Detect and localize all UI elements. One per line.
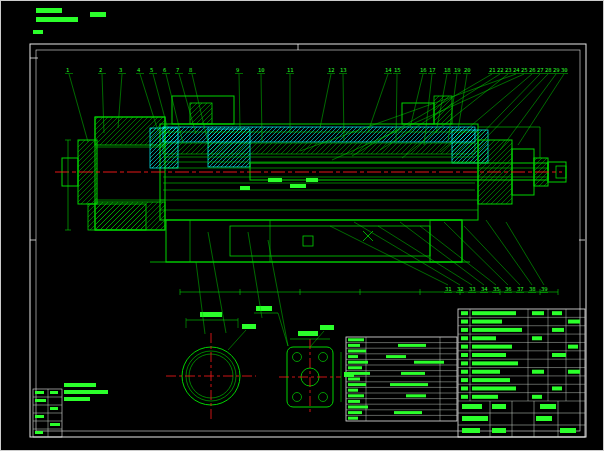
title-block-text xyxy=(462,416,488,421)
table-cell-text xyxy=(35,391,44,394)
table-cell-text xyxy=(348,406,368,409)
parts-list-cell-text xyxy=(472,353,506,357)
balloon-number: 8 xyxy=(189,67,192,73)
note-text-block xyxy=(64,390,108,394)
balloon-number: 32 xyxy=(457,286,464,292)
note-text-block xyxy=(36,17,78,22)
parts-list-cell-text xyxy=(461,353,468,357)
note-text-block xyxy=(36,8,62,13)
balloon-number: 16 xyxy=(420,67,427,73)
table-cell-text xyxy=(348,338,364,341)
balloon-number: 22 xyxy=(497,67,504,73)
table-cell-text xyxy=(348,355,358,358)
balloon-number: 10 xyxy=(258,67,265,73)
parts-list-cell-text xyxy=(461,378,468,382)
table-cell-text xyxy=(348,361,368,364)
dimension-text xyxy=(344,372,354,377)
dimension-text xyxy=(200,312,222,317)
table-cell-text xyxy=(348,378,360,381)
parts-list-cell-text xyxy=(461,370,468,374)
note-text-block xyxy=(64,383,96,387)
balloon-number: 34 xyxy=(481,286,488,292)
table-cell-text xyxy=(50,391,58,394)
balloon-number: 6 xyxy=(163,67,166,73)
cad-drawing-canvas: 1234567891011121314151617181920212223242… xyxy=(0,0,604,451)
balloon-number: 26 xyxy=(529,67,536,73)
view-label-text xyxy=(256,306,272,311)
title-block-text xyxy=(462,404,482,409)
balloon-number: 29 xyxy=(553,67,560,73)
parts-list-cell-text xyxy=(461,361,468,365)
table-cell-text xyxy=(348,389,358,392)
table-cell-text xyxy=(348,400,360,403)
title-block-text xyxy=(462,428,480,433)
balloon-number: 11 xyxy=(287,67,294,73)
parts-list-cell-text xyxy=(472,378,510,382)
balloon-number: 3 xyxy=(119,67,122,73)
balloon-number: 33 xyxy=(469,286,476,292)
dimension-text xyxy=(298,331,318,336)
balloon-number: 19 xyxy=(454,67,461,73)
title-block-text xyxy=(492,404,506,409)
parts-list-cell-text xyxy=(461,336,468,340)
table-cell-text xyxy=(348,383,366,386)
parts-list-cell-text xyxy=(532,370,544,374)
assembly-part xyxy=(88,204,146,230)
balloon-number: 23 xyxy=(505,67,512,73)
table-cell-text xyxy=(50,423,60,426)
title-block-text xyxy=(536,416,552,421)
balloon-number: 24 xyxy=(513,67,520,73)
assembly-part xyxy=(208,129,250,167)
table-cell-text xyxy=(386,355,406,358)
parts-list-cell-text xyxy=(568,370,580,374)
parts-list-cell-text xyxy=(472,386,516,390)
balloon-number: 7 xyxy=(176,67,179,73)
balloon-number: 15 xyxy=(394,67,401,73)
parts-list-cell-text xyxy=(552,311,562,315)
parts-list-cell-text xyxy=(532,395,542,399)
dimension-text xyxy=(268,178,282,182)
balloon-number: 21 xyxy=(489,67,496,73)
table-cell-text xyxy=(348,366,362,369)
dimension-text xyxy=(290,184,306,188)
balloon-number: 37 xyxy=(517,286,524,292)
parts-list-cell-text xyxy=(532,311,544,315)
parts-list-cell-text xyxy=(472,370,500,374)
balloon-number: 31 xyxy=(445,286,452,292)
balloon-number: 27 xyxy=(537,67,544,73)
balloon-number: 1 xyxy=(66,67,69,73)
balloon-number: 13 xyxy=(340,67,347,73)
table-cell-text xyxy=(348,344,360,347)
table-cell-text xyxy=(348,350,366,353)
parts-list-cell-text xyxy=(472,395,498,399)
title-block-text xyxy=(560,428,576,433)
balloon-number: 35 xyxy=(493,286,500,292)
balloon-number: 5 xyxy=(150,67,153,73)
note-text-block xyxy=(33,30,43,34)
parts-list-cell-text xyxy=(461,328,468,332)
balloon-number: 20 xyxy=(464,67,471,73)
parts-list-cell-text xyxy=(461,395,468,399)
dimension-text xyxy=(240,186,250,190)
parts-list-cell-text xyxy=(461,386,468,390)
parts-list-cell-text xyxy=(532,336,542,340)
parts-list-cell-text xyxy=(472,345,512,349)
table-cell-text xyxy=(414,361,444,364)
balloon-number: 17 xyxy=(429,67,436,73)
parts-list-cell-text xyxy=(472,311,516,315)
leader-text xyxy=(242,324,256,329)
leader-text xyxy=(320,325,334,330)
table-cell-text xyxy=(348,417,358,420)
table-cell-text xyxy=(406,394,426,397)
parts-list-cell-text xyxy=(552,328,564,332)
table-cell-text xyxy=(394,411,422,414)
parts-list-cell-text xyxy=(568,320,580,324)
balloon-number: 14 xyxy=(385,67,392,73)
table-cell-text xyxy=(348,411,362,414)
balloon-number: 25 xyxy=(521,67,528,73)
note-text-block xyxy=(64,397,90,401)
balloon-number: 30 xyxy=(561,67,568,73)
parts-list-cell-text xyxy=(552,386,562,390)
table-cell-text xyxy=(401,372,425,375)
title-block-text xyxy=(492,428,506,433)
